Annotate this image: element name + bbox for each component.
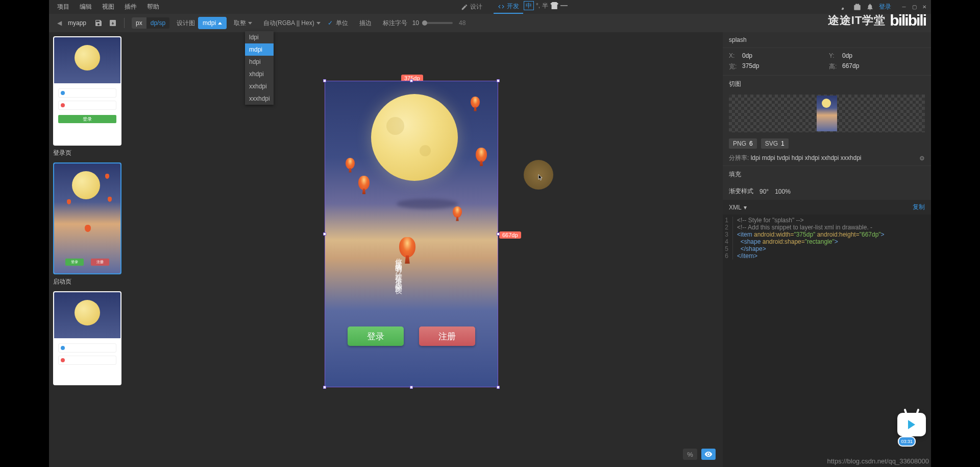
tab-design[interactable]: 设计 bbox=[457, 1, 486, 13]
ime-lang-icon: 中 bbox=[524, 1, 534, 10]
chevron-down-icon bbox=[316, 22, 321, 25]
menu-plugins[interactable]: 插件 bbox=[119, 1, 142, 13]
resize-handle[interactable] bbox=[410, 386, 413, 389]
thumbnail-login-label: 登录页 bbox=[53, 149, 121, 157]
export-icon[interactable] bbox=[109, 19, 117, 27]
poem-text: 你是遥远的明月 挂在每一个思念你的夜 bbox=[394, 252, 403, 283]
dpi-option-mdpi[interactable]: mdpi bbox=[245, 43, 274, 56]
gift-icon[interactable] bbox=[853, 3, 861, 11]
resize-handle[interactable] bbox=[497, 386, 500, 389]
dpi-option-ldpi[interactable]: ldpi bbox=[245, 31, 274, 43]
height-badge: 667dp bbox=[499, 231, 521, 239]
menu-view[interactable]: 视图 bbox=[97, 1, 119, 13]
pencil-icon bbox=[461, 4, 468, 11]
prop-x: 0dp bbox=[742, 52, 825, 59]
slice-preview bbox=[729, 95, 925, 132]
login-button: 登录 bbox=[348, 326, 404, 346]
menu-project[interactable]: 项目 bbox=[52, 1, 75, 13]
code-lang-select[interactable]: XML ▾ bbox=[729, 204, 747, 211]
percent-toggle[interactable]: % bbox=[683, 449, 697, 460]
gradient-angle: 90° bbox=[760, 188, 769, 195]
prop-height: 667dp bbox=[842, 62, 925, 71]
menu-edit[interactable]: 编辑 bbox=[75, 1, 97, 13]
copy-button[interactable]: 复制 bbox=[913, 203, 925, 212]
cloud-graphic bbox=[397, 199, 458, 209]
fontsize-slider[interactable] bbox=[422, 22, 453, 24]
unit-px[interactable]: px bbox=[132, 17, 146, 29]
export-png[interactable]: PNG6 bbox=[729, 138, 757, 149]
lantern-graphic bbox=[453, 206, 462, 218]
design-label: 设计图 bbox=[177, 19, 195, 28]
prop-y: 0dp bbox=[842, 52, 925, 59]
chevron-down-icon bbox=[248, 22, 252, 25]
bilibili-play-icon[interactable] bbox=[897, 413, 926, 436]
toolbar: ◀ myapp px dp/sp 设计图 mdpi 取整 自动(RGBA || … bbox=[49, 14, 931, 32]
ime-skin-icon bbox=[550, 2, 558, 9]
resize-handle[interactable] bbox=[323, 386, 326, 389]
thumbnail-splash[interactable]: 登录 注册 bbox=[53, 162, 121, 274]
colormode-select[interactable]: 自动(RGBA || Hex) bbox=[259, 17, 325, 30]
prop-width: 375dp bbox=[742, 62, 825, 71]
fill-section-label: 填充 bbox=[723, 166, 931, 183]
save-icon[interactable] bbox=[94, 19, 103, 27]
resize-handle[interactable] bbox=[323, 79, 326, 82]
cursor-icon bbox=[538, 174, 543, 181]
lantern-graphic bbox=[358, 176, 370, 190]
lantern-graphic bbox=[471, 97, 480, 108]
inspector-panel: splash X:0dp Y:0dp 宽:375dp 高:667dp 切图 PN… bbox=[723, 32, 931, 467]
dpi-select[interactable]: mdpi bbox=[198, 17, 227, 29]
canvas[interactable]: 375dp 667dp 你是遥远的明月 bbox=[126, 32, 723, 467]
layer-name: splash bbox=[723, 32, 931, 48]
source-url: https://blog.csdn.net/qq_33608000 bbox=[827, 457, 929, 465]
unit-toggle[interactable]: px dp/sp bbox=[132, 17, 169, 29]
round-select[interactable]: 取整 bbox=[230, 17, 256, 30]
back-icon[interactable]: ◀ bbox=[54, 19, 65, 27]
artboard-splash[interactable]: 你是遥远的明月 挂在每一个思念你的夜 登录 注册 bbox=[325, 81, 498, 387]
tab-develop[interactable]: 开发 bbox=[494, 0, 523, 14]
resize-handle[interactable] bbox=[410, 79, 413, 82]
fontsize-label: 标注字号 bbox=[383, 19, 407, 28]
dpi-option-hdpi[interactable]: hdpi bbox=[245, 56, 274, 68]
gradient-label: 渐变样式 bbox=[729, 187, 753, 196]
breadcrumb[interactable]: myapp bbox=[68, 19, 86, 27]
resize-handle[interactable] bbox=[323, 232, 326, 236]
unit-checkbox-label: 单位 bbox=[336, 19, 348, 28]
dpi-dropdown[interactable]: ldpi mdpi hdpi xhdpi xxhdpi xxxhdpi bbox=[245, 31, 274, 105]
moon-graphic bbox=[371, 94, 458, 181]
login-link[interactable]: 登录 bbox=[879, 3, 891, 11]
register-button: 注册 bbox=[419, 326, 475, 346]
ime-indicator: 中 °, 半 bbox=[524, 1, 568, 10]
thumbnail-login-2[interactable] bbox=[53, 291, 121, 385]
code-icon bbox=[498, 3, 505, 10]
dpi-option-xhdpi[interactable]: xhdpi bbox=[245, 68, 274, 80]
dpi-option-xxxhdpi[interactable]: xxxhdpi bbox=[245, 92, 274, 105]
window-minimize-icon[interactable]: ─ bbox=[900, 4, 908, 11]
resolution-list: ldpi mdpi tvdpi hdpi xhdpi xxhdpi xxxhdp… bbox=[751, 154, 862, 161]
resize-handle[interactable] bbox=[497, 232, 500, 236]
unit-dpsp[interactable]: dp/sp bbox=[146, 17, 169, 29]
export-svg[interactable]: SVG1 bbox=[761, 138, 789, 149]
thumbnail-splash-label: 启动页 bbox=[53, 277, 121, 286]
ime-dash-icon bbox=[560, 5, 568, 6]
timestamp-badge: 03:31 bbox=[898, 436, 916, 447]
resize-handle[interactable] bbox=[497, 79, 500, 82]
thumbnail-login[interactable]: 登录 bbox=[53, 36, 121, 146]
menubar: 项目 编辑 视图 插件 帮助 设计 开发 登录 ─ ▢ ✕ bbox=[49, 0, 931, 14]
brand-text: 途途IT学堂 bbox=[828, 13, 886, 28]
window-close-icon[interactable]: ✕ bbox=[921, 4, 928, 11]
menu-help[interactable]: 帮助 bbox=[142, 1, 164, 13]
visibility-toggle[interactable] bbox=[701, 449, 716, 460]
artboard-list: 登录 登录页 登录 注册 启动页 bbox=[49, 32, 126, 467]
brush-icon[interactable] bbox=[841, 3, 848, 11]
window-maximize-icon[interactable]: ▢ bbox=[911, 4, 918, 11]
eye-icon bbox=[704, 450, 713, 458]
chevron-down-icon: ▾ bbox=[744, 204, 747, 211]
bell-icon[interactable] bbox=[866, 3, 874, 11]
unit-checkbox[interactable]: ✓ bbox=[328, 19, 333, 27]
slider-max: 48 bbox=[459, 19, 465, 27]
chevron-up-icon bbox=[218, 22, 222, 25]
lantern-graphic bbox=[346, 158, 355, 169]
dpi-option-xxhdpi[interactable]: xxhdpi bbox=[245, 80, 274, 92]
bilibili-logo: bilibili bbox=[890, 12, 926, 29]
gear-icon[interactable]: ⚙ bbox=[919, 155, 925, 162]
